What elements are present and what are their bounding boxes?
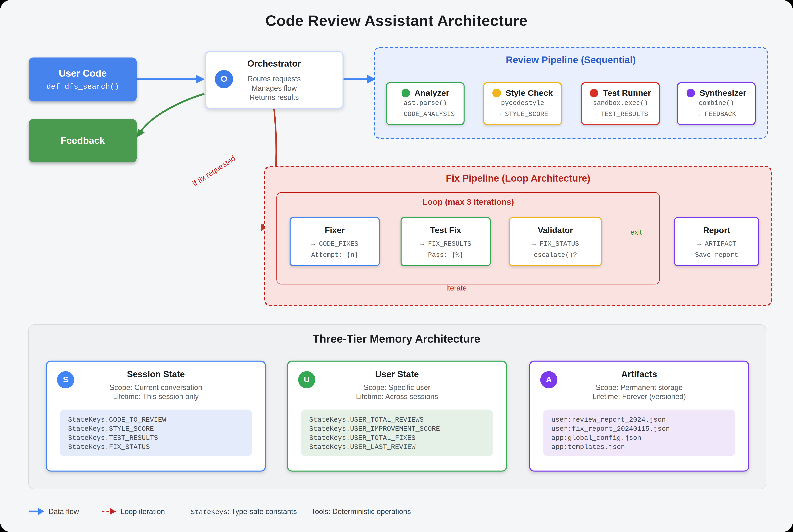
fixer-title: Fixer [325, 226, 345, 235]
legend-statekeys-mono: StateKeys [191, 508, 227, 516]
analyzer-output: → CODE_ANALYSIS [396, 109, 455, 120]
legend-statekeys: StateKeys: Type-safe constants [191, 507, 297, 516]
report-line1: → ARTIFACT [697, 239, 736, 250]
test-runner-tool: sandbox.exec() [593, 98, 648, 109]
analyzer-node: Analyzer ast.parse() → CODE_ANALYSIS [386, 82, 465, 125]
analyzer-title: Analyzer [414, 88, 449, 98]
artifacts-keys: user:review_report_2024.json user:fix_re… [543, 410, 735, 456]
session-state-title: Session State [47, 369, 265, 380]
legend-statekeys-rest: : Type-safe constants [227, 507, 297, 515]
fixer-line2: Attempt: {n} [311, 250, 358, 261]
user-state-scope: Scope: Specific user [288, 383, 506, 392]
fix-pipeline-title: Fix Pipeline (Loop Architecture) [265, 173, 771, 184]
user-state-card: U User State Scope: Specific user Lifeti… [287, 361, 507, 472]
state-key: StateKeys.CODE_TO_REVIEW [68, 416, 252, 425]
test-fix-title: Test Fix [430, 226, 461, 235]
synthesizer-title: Synthesizer [700, 88, 747, 98]
state-key: StateKeys.USER_IMPROVEMENT_SCORE [309, 425, 493, 434]
artifacts-scope: Scope: Permanent storage [530, 383, 748, 392]
page-title: Code Review Assistant Architecture [0, 12, 793, 29]
artifacts-card: A Artifacts Scope: Permanent storage Lif… [529, 361, 749, 472]
session-state-keys: StateKeys.CODE_TO_REVIEW StateKeys.STYLE… [60, 410, 252, 456]
review-pipeline-title: Review Pipeline (Sequential) [375, 55, 767, 65]
legend-tools: Tools: Deterministic operations [311, 507, 411, 516]
style-check-output: → STYLE_SCORE [497, 109, 548, 120]
state-key: StateKeys.STYLE_SCORE [68, 425, 252, 434]
session-state-lifetime: Lifetime: This session only [47, 393, 265, 400]
style-check-tool: pycodestyle [501, 98, 544, 109]
exit-edge-label: exit [613, 228, 659, 236]
user-code-title: User Code [59, 68, 107, 79]
loop-title: Loop (max 3 iterations) [277, 197, 659, 207]
validator-node: Validator → FIX_STATUS escalate()? [509, 217, 602, 266]
test-fix-node: Test Fix → FIX_RESULTS Pass: {%} [400, 217, 491, 266]
legend-loop-iteration: Loop iteration [121, 507, 165, 516]
artifacts-title: Artifacts [530, 369, 748, 380]
feedback-node: Feedback [29, 119, 137, 163]
user-state-title: User State [288, 369, 506, 380]
analyzer-tool: ast.parse() [403, 98, 447, 109]
validator-line2: escalate()? [534, 250, 577, 261]
test-fix-line1: → FIX_RESULTS [420, 239, 471, 250]
report-node: Report → ARTIFACT Save report [674, 217, 759, 266]
synthesizer-dot-icon [686, 89, 695, 97]
diagram-stage: Code Review Assistant Architecture [0, 0, 793, 532]
analyzer-dot-icon [401, 89, 410, 97]
synthesizer-tool: combine() [699, 98, 734, 109]
fixer-line1: → CODE_FIXES [311, 239, 358, 250]
test-fix-line2: Pass: {%} [428, 250, 464, 261]
orchestrator-node: O Orchestrator Routes requests Manages f… [205, 51, 344, 109]
session-state-scope: Scope: Current conversation [47, 383, 265, 392]
test-runner-node: Test Runner sandbox.exec() → TEST_RESULT… [581, 82, 660, 125]
artifact-file: app:templates.json [551, 443, 735, 452]
orchestrator-line: Manages flow [206, 83, 343, 93]
test-runner-title: Test Runner [603, 88, 651, 98]
artifacts-lifetime: Lifetime: Forever (versioned) [530, 393, 748, 400]
synthesizer-node: Synthesizer combine() → FEEDBACK [677, 82, 756, 125]
style-check-node: Style Check pycodestyle → STYLE_SCORE [483, 82, 562, 125]
state-key: StateKeys.USER_TOTAL_FIXES [309, 434, 493, 443]
orchestrator-line: Returns results [206, 93, 343, 102]
orchestrator-description: Routes requests Manages flow Returns res… [206, 74, 343, 102]
orchestrator-line: Routes requests [206, 74, 343, 83]
validator-title: Validator [538, 226, 573, 235]
feedback-title: Feedback [60, 135, 105, 146]
user-state-keys: StateKeys.USER_TOTAL_REVIEWS StateKeys.U… [301, 410, 493, 456]
style-check-title: Style Check [506, 88, 553, 98]
test-runner-output: → TEST_RESULTS [593, 109, 648, 120]
user-code-snippet: def dfs_search() [46, 82, 119, 91]
state-key: StateKeys.TEST_RESULTS [68, 434, 252, 443]
synthesizer-output: → FEEDBACK [697, 109, 736, 120]
legend-data-flow: Data flow [49, 507, 79, 516]
session-state-card: S Session State Scope: Current conversat… [46, 361, 266, 472]
iterate-edge-label: iterate [431, 284, 482, 292]
artifact-file: user:review_report_2024.json [551, 416, 735, 425]
style-check-dot-icon [493, 89, 501, 97]
test-runner-dot-icon [590, 89, 599, 97]
artifact-file: user:fix_report_20240115.json [551, 425, 735, 434]
state-key: StateKeys.USER_TOTAL_REVIEWS [309, 416, 493, 425]
orchestrator-title: Orchestrator [206, 58, 343, 69]
user-state-lifetime: Lifetime: Across sessions [288, 393, 506, 400]
artifact-file: app:global_config.json [551, 434, 735, 443]
memory-architecture-title: Three-Tier Memory Architecture [0, 332, 793, 346]
user-code-node: User Code def dfs_search() [29, 57, 137, 101]
validator-line1: → FIX_STATUS [532, 239, 579, 250]
state-key: StateKeys.USER_LAST_REVIEW [309, 443, 493, 452]
screenshot-root: Code Review Assistant Architecture [0, 0, 793, 532]
fixer-node: Fixer → CODE_FIXES Attempt: {n} [289, 217, 380, 266]
report-line2: Save report [695, 250, 738, 261]
state-key: StateKeys.FIX_STATUS [68, 443, 252, 452]
report-title: Report [703, 226, 730, 235]
